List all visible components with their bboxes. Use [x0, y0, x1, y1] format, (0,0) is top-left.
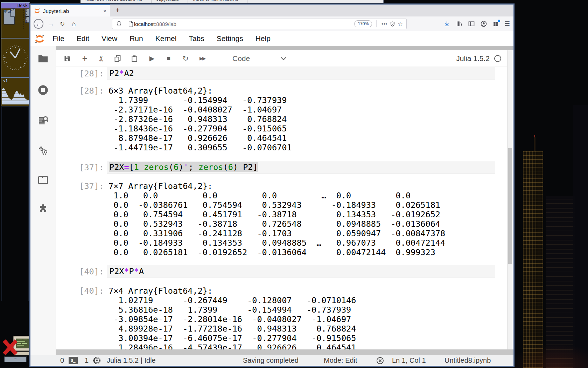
open-tabs-tab[interactable]	[30, 174, 56, 186]
trust-indicator-icon[interactable]	[376, 355, 384, 366]
running-sessions-tab[interactable]	[30, 84, 56, 96]
browser-toolbar: ← → ↻ ⌂ localhost:8889/lab 170% ••• ☆	[30, 16, 513, 32]
menu-item-kernel[interactable]: Kernel	[155, 34, 177, 43]
terminal-icon[interactable]: $_	[69, 357, 78, 364]
xload-label: v1	[3, 79, 8, 83]
reload-icon: ↻	[60, 20, 65, 28]
kernel-status-text[interactable]: Julia 1.5.2 | Idle	[107, 355, 156, 366]
fvwm-pager[interactable]: Desk MPlder Zo Je M1	[1, 3, 29, 38]
notebook-scrollbar[interactable]	[507, 50, 512, 349]
account-icon[interactable]	[480, 20, 487, 27]
interrupt-kernel-button[interactable]: ■	[164, 55, 173, 62]
cell-code[interactable]: P2*A2	[109, 69, 134, 78]
bookmark-star-icon[interactable]: ☆	[398, 20, 403, 28]
run-cell-button[interactable]: ▶	[148, 54, 156, 62]
tab-close-icon[interactable]: ×	[103, 8, 106, 14]
menu-item-help[interactable]: Help	[255, 34, 271, 43]
menu-item-file[interactable]: File	[52, 34, 64, 43]
extension-manager-tab[interactable]	[30, 202, 56, 214]
menu-items: FileEditViewRunKernelTabsSettingsHelp	[52, 31, 271, 46]
restart-run-all-button[interactable]: ▶▶	[198, 56, 206, 61]
page-actions-icon[interactable]: •••	[382, 21, 387, 27]
chevron-down-icon[interactable]	[281, 57, 286, 60]
menu-item-view[interactable]: View	[102, 34, 117, 43]
load-graph-icon	[2, 83, 29, 104]
cell-code[interactable]: P2X=[1 zeros(6)'; zeros(6) P2]	[109, 163, 258, 172]
terminals-count: 0	[60, 355, 64, 366]
kernel-name[interactable]: Julia 1.5.2	[456, 54, 490, 63]
forward-icon: →	[48, 20, 54, 28]
fvwm-xload: v1	[1, 77, 29, 104]
paste-icon	[131, 55, 138, 62]
menu-hamburger-icon[interactable]: ☰	[504, 20, 510, 28]
menu-item-edit[interactable]: Edit	[77, 34, 89, 43]
xterm-icon-label[interactable]: ~	[4, 356, 27, 362]
shield-check-icon[interactable]	[390, 21, 396, 27]
menu-item-settings[interactable]: Settings	[217, 34, 243, 43]
fvwm-clock	[1, 38, 29, 77]
cursor-position[interactable]: Ln 1, Col 1	[392, 355, 426, 366]
url-bar[interactable]: localhost:8889/lab 170% ••• ☆	[112, 19, 407, 29]
cell-input-editor[interactable]	[107, 265, 495, 278]
cell-output-text: 7×4 Array{Float64,2}: 1.02719 -0.267449 …	[108, 286, 356, 349]
save-icon	[64, 55, 71, 62]
urlbar-separator	[125, 20, 125, 27]
paste-cells-button[interactable]	[131, 55, 139, 62]
scrollbar-thumb[interactable]	[508, 148, 512, 264]
menu-item-tabs[interactable]: Tabs	[189, 34, 204, 43]
cell-type-dropdown[interactable]: Code	[232, 54, 250, 63]
background-tab: Math 550 Nov18 Lecture No ×	[80, 0, 152, 3]
pager-mini-window[interactable]: Je	[25, 9, 29, 16]
cell-input-editor[interactable]	[107, 67, 495, 80]
copy-cells-button[interactable]	[114, 55, 122, 62]
output-count-prompt: [37]:	[56, 182, 104, 191]
jupyterlab-menubar: FileEditViewRunKernelTabsSettingsHelp	[30, 31, 513, 46]
property-inspector-tab[interactable]	[30, 145, 56, 157]
file-browser-tab[interactable]	[30, 53, 56, 64]
add-cell-button[interactable]: +	[80, 53, 89, 64]
pager-mini-window[interactable]: Zo	[10, 8, 15, 17]
browser-tab-bar: JupyterLab × +	[30, 5, 513, 16]
inspector-tab[interactable]	[30, 114, 56, 126]
save-status-text: Saving completed	[243, 355, 299, 366]
folder-icon	[38, 54, 48, 63]
forward-button[interactable]: →	[46, 16, 56, 31]
sidebars-icon[interactable]	[468, 20, 475, 27]
tab-title: JupyterLab	[43, 8, 103, 14]
gears-icon	[38, 145, 48, 156]
notebook-area: [28]:P2*A2[28]:6×3 Array{Float64,2}: 1.7…	[56, 67, 507, 349]
reload-button[interactable]: ↻	[57, 16, 68, 31]
pager-title: Desk	[1, 3, 29, 8]
filename: Untitled8.ipynb	[444, 355, 491, 366]
zoom-level-badge[interactable]: 170%	[354, 20, 372, 27]
mode-indicator[interactable]: Mode: Edit	[324, 355, 357, 366]
kernel-sessions-button[interactable]	[93, 355, 101, 366]
cell-output-text: 7×7 Array{Float64,2}: 1.0 0.0 0.0 0.0 … …	[108, 182, 445, 257]
analog-clock-icon	[1, 39, 29, 77]
tracking-shield-icon[interactable]	[116, 21, 122, 27]
back-button[interactable]: ←	[33, 16, 44, 31]
home-button[interactable]: ⌂	[68, 16, 79, 31]
restart-kernel-button[interactable]: ↻	[181, 54, 190, 63]
page-icon[interactable]	[128, 21, 133, 27]
home-icon: ⌂	[72, 20, 76, 28]
cell-code[interactable]: P2X*P*A	[109, 267, 144, 276]
execution-count-prompt: [37]:	[56, 163, 104, 172]
new-tab-button[interactable]: +	[113, 6, 122, 15]
kernel-status-icon[interactable]	[494, 55, 502, 62]
save-button[interactable]	[64, 55, 72, 62]
jupyterlab-statusbar: 0 $_ 1 Julia 1.5.2 | Idle Saving complet…	[30, 355, 513, 366]
cut-cells-button[interactable]: ✂	[97, 54, 106, 63]
background-tab: Index of file:///x/libb/ne ×	[188, 0, 247, 3]
horizontal-scrollbar[interactable]	[56, 349, 513, 355]
url-text[interactable]: localhost:8889/lab	[134, 21, 354, 27]
downloads-icon[interactable]	[443, 20, 450, 27]
jupyter-favicon-icon	[34, 8, 40, 14]
urlbar-separator	[376, 20, 377, 27]
back-icon: ←	[36, 21, 41, 27]
inspector-icon	[38, 115, 48, 125]
output-count-prompt: [28]:	[56, 86, 104, 96]
library-icon[interactable]	[456, 20, 463, 27]
browser-tab-jupyterlab[interactable]: JupyterLab ×	[31, 5, 110, 16]
menu-item-run[interactable]: Run	[130, 34, 143, 43]
